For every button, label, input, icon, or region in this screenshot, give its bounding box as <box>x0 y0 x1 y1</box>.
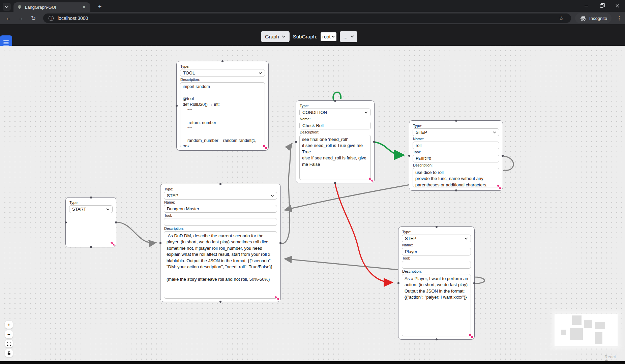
graph-toolbar: Graph SubGraph: root ... <box>261 31 357 42</box>
subgraph-label: SubGraph: <box>293 34 318 39</box>
node-description-textarea[interactable]: As DnD DM, describe the current scenario… <box>164 231 277 299</box>
handle-right[interactable] <box>373 141 375 143</box>
name-label: Name: <box>164 200 277 204</box>
handle-top[interactable] <box>334 100 336 102</box>
node-name-input[interactable] <box>164 205 277 213</box>
back-button[interactable]: ← <box>4 14 13 23</box>
resize-handle-icon[interactable] <box>368 177 374 182</box>
site-info-icon[interactable]: i <box>49 16 54 21</box>
node-tool-input[interactable] <box>164 218 277 226</box>
handle-right[interactable] <box>115 221 117 223</box>
browser-menu-button[interactable]: ⋮ <box>616 14 622 22</box>
new-tab-button[interactable]: + <box>96 3 104 11</box>
chevron-down-icon <box>259 72 262 74</box>
zoom-out-button[interactable]: − <box>5 330 13 338</box>
more-menu-button[interactable]: ... <box>340 31 357 42</box>
minimap-node <box>572 315 582 325</box>
node-player[interactable]: Type: STEP Name: Tool: Description: As a… <box>398 226 475 340</box>
tab-title: LangGraph-GUI <box>25 5 81 10</box>
handle-right[interactable] <box>279 242 281 244</box>
name-label: Name: <box>413 137 499 141</box>
tab-favicon-tree-icon <box>17 4 22 10</box>
node-type-select[interactable]: STEP <box>413 128 499 136</box>
node-description-textarea[interactable]: As a Player, I want to perform an action… <box>402 274 471 336</box>
subgraph-select[interactable]: root <box>321 32 336 41</box>
tab-search-chevron-button[interactable] <box>3 3 11 11</box>
handle-top[interactable] <box>436 226 438 228</box>
node-type-select[interactable]: STEP <box>402 235 471 242</box>
reload-button[interactable]: ↻ <box>29 14 38 23</box>
resize-handle-icon[interactable] <box>274 296 280 301</box>
handle-left[interactable] <box>295 141 297 143</box>
node-tool[interactable]: Type: TOOL Description: import random @t… <box>176 61 269 151</box>
handle-bottom[interactable] <box>436 338 438 340</box>
browser-tab[interactable]: LangGraph-GUI × <box>13 2 90 12</box>
bookmark-star-icon[interactable]: ☆ <box>559 15 564 22</box>
handle-left[interactable] <box>397 282 399 284</box>
node-description-textarea[interactable]: use dice to roll provide the func_name w… <box>413 168 499 187</box>
minimap[interactable] <box>555 314 618 346</box>
tab-close-icon[interactable]: × <box>81 4 87 10</box>
forward-button[interactable]: → <box>16 14 25 23</box>
resize-handle-icon[interactable] <box>497 184 502 190</box>
node-name-input[interactable] <box>402 248 471 255</box>
fit-view-button[interactable] <box>5 340 13 347</box>
browser-tab-strip: LangGraph-GUI × + <box>0 0 625 12</box>
url-text[interactable]: localhost:3000 <box>58 16 88 21</box>
node-start[interactable]: Type: START <box>65 197 116 247</box>
chevron-down-icon <box>271 195 274 197</box>
node-tool-input[interactable] <box>413 155 499 162</box>
node-name-input[interactable] <box>413 142 499 149</box>
resize-handle-icon[interactable] <box>468 333 474 339</box>
lock-button[interactable] <box>5 349 13 357</box>
node-type-select[interactable]: TOOL <box>180 69 265 77</box>
resize-handle-icon[interactable] <box>262 144 268 150</box>
tool-label: Tool: <box>164 213 277 217</box>
handle-left[interactable] <box>176 105 178 107</box>
description-label: Description: <box>402 269 471 273</box>
handle-right[interactable] <box>473 282 475 284</box>
handle-top[interactable] <box>219 183 221 185</box>
graph-menu-button[interactable]: Graph <box>261 31 290 42</box>
window-controls <box>578 0 625 12</box>
handle-left[interactable] <box>65 221 67 223</box>
minimize-icon <box>585 6 588 6</box>
node-description-textarea[interactable]: import random @tool def RollD20() → int:… <box>180 82 265 147</box>
handle-bottom[interactable] <box>90 246 92 248</box>
zoom-in-button[interactable]: + <box>5 321 13 329</box>
window-close-button[interactable] <box>609 0 625 12</box>
window-minimize-button[interactable] <box>578 0 594 12</box>
tool-label: Tool: <box>402 256 471 260</box>
type-label: Type: <box>164 187 277 191</box>
name-label: Name: <box>402 243 471 247</box>
flow-controls: + − <box>5 321 13 357</box>
handle-bottom[interactable] <box>455 189 457 191</box>
address-bar[interactable]: i localhost:3000 ☆ <box>43 13 571 23</box>
minimap-node <box>584 320 592 328</box>
chevron-down-icon <box>332 36 335 38</box>
node-tool-input[interactable] <box>402 261 471 269</box>
handle-top[interactable] <box>90 196 92 199</box>
handle-left[interactable] <box>408 155 410 157</box>
resize-handle-icon[interactable] <box>110 241 115 246</box>
fit-view-icon <box>7 341 11 346</box>
window-restore-button[interactable] <box>594 0 609 12</box>
handle-bottom[interactable] <box>334 182 336 184</box>
node-name-input[interactable] <box>299 122 371 129</box>
handle-bottom[interactable] <box>219 301 221 303</box>
node-type-select[interactable]: START <box>69 205 113 213</box>
node-type-select[interactable]: CONDITION <box>299 109 371 116</box>
minimap-node <box>570 328 583 340</box>
handle-top[interactable] <box>221 60 224 62</box>
node-condition[interactable]: Type: CONDITION Name: Description: see f… <box>296 100 375 183</box>
type-label: Type: <box>180 64 265 68</box>
node-description-textarea[interactable]: see final one 'need_roll' if see need_ro… <box>299 135 371 180</box>
handle-right[interactable] <box>502 155 504 157</box>
handle-left[interactable] <box>159 242 161 244</box>
node-dungeon-master[interactable]: Type: STEP Name: Tool: Description: As D… <box>160 184 281 302</box>
minimap-node <box>561 330 566 335</box>
description-label: Description: <box>300 130 371 134</box>
node-roll[interactable]: Type: STEP Name: Tool: Description: use … <box>409 120 503 191</box>
handle-top[interactable] <box>455 120 457 122</box>
node-type-select[interactable]: STEP <box>164 192 277 200</box>
